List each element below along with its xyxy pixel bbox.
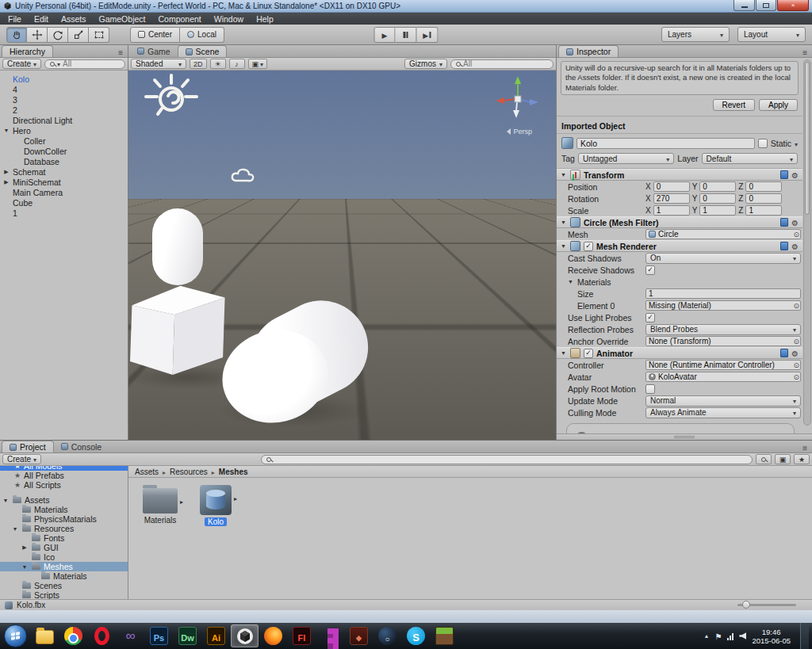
2d-toggle-button[interactable]: 2D	[190, 59, 207, 69]
foldout-arrow-icon[interactable]	[561, 243, 567, 249]
update-mode-dropdown[interactable]: Normal	[645, 395, 801, 407]
anchor-override-object-field[interactable]: None (Transform)	[645, 336, 801, 346]
menu-item[interactable]: Assets	[55, 13, 93, 25]
layers-dropdown[interactable]: Layers	[661, 27, 730, 42]
cube-object[interactable]	[130, 278, 227, 375]
scene-search-input[interactable]: All	[450, 59, 553, 69]
mesh-renderer-enabled-checkbox[interactable]	[584, 242, 593, 251]
transform-component-header[interactable]: Transform	[557, 169, 802, 181]
hierarchy-item[interactable]: Main Camera	[0, 187, 128, 197]
hierarchy-item[interactable]: DownColler	[0, 146, 128, 156]
menu-item[interactable]: File	[2, 13, 28, 25]
x-value-field[interactable]: 0	[653, 181, 690, 192]
favorites-item[interactable]: All Prefabs	[0, 471, 128, 480]
search-by-type-button[interactable]	[756, 454, 772, 464]
project-search-input[interactable]	[261, 455, 753, 464]
scene-viewport[interactable]: Persp	[128, 71, 556, 440]
menu-item[interactable]: Help	[250, 13, 280, 25]
project-tree-item[interactable]: PhysicsMatarials	[0, 514, 128, 524]
taskbar-app-steam[interactable]	[373, 624, 401, 647]
taskbar-app-flash[interactable]: Fl	[288, 624, 316, 647]
move-tool-button[interactable]	[27, 27, 48, 43]
hierarchy-item[interactable]: Directional Light	[0, 115, 128, 125]
thumbnail-zoom-slider[interactable]	[737, 604, 796, 606]
taskbar-app-dreamweaver[interactable]: Dw	[174, 624, 201, 647]
tab-hierarchy[interactable]: Hierarchy	[2, 45, 53, 57]
taskbar-app-visual-studio[interactable]: ∞	[117, 624, 144, 647]
object-picker-icon[interactable]	[793, 230, 799, 239]
layout-dropdown[interactable]: Layout	[737, 27, 806, 42]
panel-splitter[interactable]	[557, 433, 812, 440]
project-create-button[interactable]: Create	[2, 454, 41, 464]
asset-materials-folder[interactable]: Materials	[138, 485, 182, 525]
foldout-arrow-icon[interactable]	[561, 172, 567, 178]
taskbar-app-explorer[interactable]	[31, 624, 59, 647]
project-tree-item[interactable]: ▼ Meshes	[0, 562, 128, 571]
scrollbar-thumb[interactable]	[805, 62, 810, 215]
culling-mode-dropdown[interactable]: Always Animate	[645, 407, 801, 418]
hierarchy-item[interactable]: Coller	[0, 136, 128, 146]
start-button[interactable]	[4, 624, 27, 647]
mesh-filter-component-header[interactable]: Circle (Mesh Filter)	[557, 216, 802, 228]
taskbar-app-minecraft[interactable]	[431, 624, 458, 647]
controller-object-field[interactable]: None (Runtime Animator Controller)	[645, 360, 801, 370]
hierarchy-item[interactable]: 2	[0, 105, 128, 115]
animator-enabled-checkbox[interactable]	[584, 349, 593, 358]
rect-tool-button[interactable]	[89, 27, 109, 43]
hierarchy-item[interactable]: Cube	[0, 197, 128, 208]
panel-menu-icon[interactable]	[113, 48, 128, 57]
hierarchy-item[interactable]: ▶ MiniSchemat	[0, 177, 128, 187]
shading-mode-dropdown[interactable]: Shaded	[131, 59, 186, 69]
expand-arrow-icon[interactable]	[180, 498, 183, 506]
menu-item[interactable]: GameObject	[93, 13, 152, 25]
cast-shadows-dropdown[interactable]: On	[645, 253, 801, 264]
scene-effects-dropdown[interactable]	[248, 59, 268, 69]
pause-button[interactable]	[396, 27, 417, 43]
search-by-label-button[interactable]	[775, 454, 791, 464]
object-picker-icon[interactable]	[793, 301, 799, 310]
hierarchy-search-input[interactable]: All	[44, 59, 125, 69]
taskbar-app-firefox[interactable]	[259, 624, 287, 647]
maximize-button[interactable]	[756, 0, 776, 11]
project-tree-item[interactable]: ▼ Assets	[0, 495, 128, 505]
gear-icon[interactable]	[791, 242, 799, 251]
x-value-field[interactable]: 1	[653, 205, 690, 216]
breadcrumb-item[interactable]: Meshes	[208, 468, 248, 476]
foldout-arrow-icon[interactable]: ▼	[11, 526, 19, 532]
project-tree-item[interactable]: Materials	[0, 571, 128, 581]
tab-inspector[interactable]: Inspector	[558, 45, 619, 57]
taskbar-app-photoshop[interactable]: Ps	[145, 624, 173, 647]
scene-orientation-gizmo[interactable]	[492, 74, 543, 124]
breadcrumb-item[interactable]: Assets	[135, 468, 159, 476]
tab-scene[interactable]: Scene	[178, 45, 228, 57]
object-picker-icon[interactable]	[793, 361, 799, 369]
scene-lighting-toggle[interactable]	[210, 59, 226, 69]
inspector-scrollbar[interactable]	[803, 59, 811, 426]
menu-item[interactable]: Window	[208, 13, 250, 25]
x-value-field[interactable]: 270	[653, 193, 690, 204]
receive-shadows-checkbox[interactable]	[645, 265, 655, 275]
project-tree-item[interactable]: Scenes	[0, 581, 128, 590]
tag-dropdown[interactable]: Untagged	[578, 153, 674, 164]
window-titlebar[interactable]: Unity Personal (64bit) - EditMode.unity …	[0, 0, 812, 13]
tab-console[interactable]: Console	[54, 441, 109, 452]
object-name-field[interactable]: Kolo	[576, 138, 755, 149]
static-checkbox[interactable]	[758, 139, 768, 148]
menu-item[interactable]: Edit	[28, 13, 55, 25]
taskbar-app-skype[interactable]: S	[402, 624, 430, 647]
hierarchy-item[interactable]: 1	[0, 208, 128, 218]
minimize-button[interactable]	[733, 0, 755, 11]
slider-knob[interactable]	[742, 601, 750, 609]
y-value-field[interactable]: 0	[699, 181, 736, 192]
foldout-arrow-icon[interactable]: ▶	[2, 169, 10, 175]
help-book-icon[interactable]	[780, 170, 788, 179]
help-book-icon[interactable]	[780, 218, 788, 227]
chevron-down-icon[interactable]	[795, 139, 798, 148]
foldout-arrow-icon[interactable]: ▶	[21, 544, 29, 551]
show-desktop-button[interactable]	[800, 623, 809, 649]
foldout-arrow-icon[interactable]: ▼	[2, 498, 10, 503]
taskbar-app-illustrator[interactable]: Ai	[202, 624, 230, 647]
object-picker-icon[interactable]	[793, 337, 799, 345]
favorites-filter-button[interactable]	[794, 454, 810, 464]
project-tree-item[interactable]: Ico	[0, 552, 128, 562]
